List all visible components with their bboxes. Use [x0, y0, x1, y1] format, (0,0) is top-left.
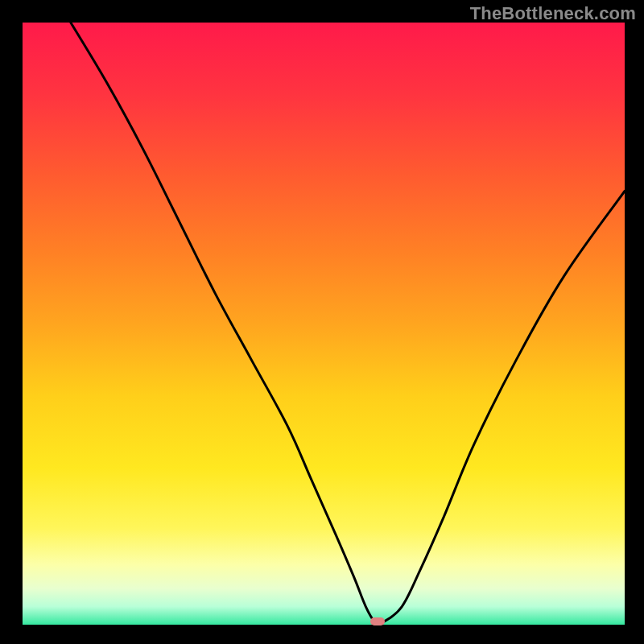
- watermark-text: TheBottleneck.com: [470, 3, 636, 24]
- chart-stage: TheBottleneck.com: [0, 0, 644, 644]
- optimal-point-marker: [370, 617, 385, 625]
- plot-area: [23, 23, 625, 625]
- bottleneck-curve: [23, 23, 625, 625]
